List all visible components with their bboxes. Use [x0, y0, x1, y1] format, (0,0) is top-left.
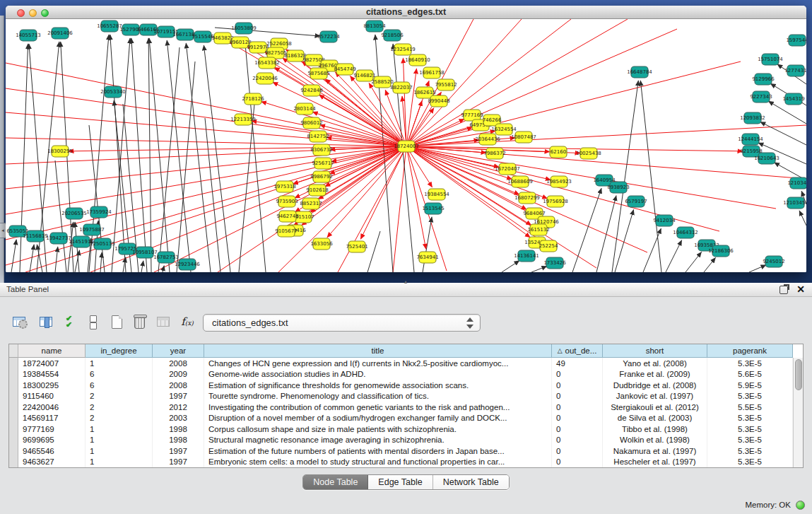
tab-edge-table[interactable]: Edge Table: [368, 475, 433, 489]
table-cell[interactable]: 1997: [153, 391, 204, 402]
table-cell[interactable]: 5.3E-5: [707, 358, 793, 369]
graph-node[interactable]: 1454319: [782, 93, 804, 105]
graph-edge[interactable]: [163, 266, 164, 272]
scrollbar-thumb[interactable]: [795, 359, 802, 390]
table-cell[interactable]: 0: [552, 413, 603, 424]
table-row[interactable]: 977716911998Corpus callosum shape and si…: [9, 424, 793, 435]
table-cell[interactable]: 2: [86, 413, 153, 424]
table-row[interactable]: 946554611997Estimation of the future num…: [9, 445, 793, 457]
table-cell[interactable]: 19384554: [18, 369, 86, 380]
graph-node[interactable]: 9735903: [276, 196, 298, 207]
graph-edge[interactable]: [186, 43, 211, 272]
table-cell[interactable]: Tourette syndrome. Phenomenology and cla…: [204, 391, 552, 402]
graph-edge[interactable]: [131, 38, 147, 272]
graph-svg[interactable]: 9463822896012899129742522605898275051654…: [6, 19, 806, 272]
graph-edge[interactable]: [643, 228, 661, 272]
graph-edge[interactable]: [149, 38, 170, 272]
graph-edge[interactable]: [177, 62, 195, 272]
row-header-cell[interactable]: [9, 457, 18, 468]
graph-node[interactable]: 9227343: [750, 91, 772, 103]
table-cell[interactable]: 14569117: [18, 413, 86, 424]
graph-node[interactable]: 9242848: [300, 85, 322, 96]
table-cell[interactable]: 49: [552, 358, 603, 369]
column-header-pagerank[interactable]: pagerank: [707, 344, 793, 358]
table-cell[interactable]: 6: [86, 369, 153, 380]
graph-node[interactable]: 8572234: [317, 31, 340, 42]
table-cell[interactable]: 2003: [153, 413, 204, 424]
graph-edge[interactable]: [403, 58, 406, 146]
table-cell[interactable]: Hescheler et al. (1997): [603, 457, 707, 468]
table-cell[interactable]: 9463627: [18, 457, 86, 468]
graph-node[interactable]: 1597544: [786, 35, 806, 46]
table-cell[interactable]: 1: [86, 435, 153, 446]
graph-edge[interactable]: [68, 222, 73, 272]
row-header-cell[interactable]: [9, 424, 18, 435]
table-cell[interactable]: 5.3E-5: [707, 445, 793, 457]
table-cell[interactable]: Wolkin et al. (1998): [603, 435, 707, 446]
graph-edge[interactable]: [30, 245, 34, 272]
graph-node[interactable]: 7525401: [346, 241, 367, 252]
table-cell[interactable]: Dudbridge et al. (2008): [603, 380, 707, 391]
graph-node[interactable]: 1733426: [543, 257, 566, 269]
graph-node[interactable]: 9129966: [752, 74, 775, 85]
table-cell[interactable]: Estimation of the future numbers of pati…: [204, 445, 552, 457]
table-cell[interactable]: 5.3E-5: [707, 435, 793, 446]
table-row[interactable]: 1872400712008Changes of HCN gene express…: [9, 358, 793, 369]
column-header-name[interactable]: name: [18, 344, 86, 358]
table-cell[interactable]: de Silva et al. (2003): [603, 413, 707, 424]
graph-node[interactable]: 7634941: [416, 252, 438, 263]
tab-network-table[interactable]: Network Table: [433, 475, 509, 489]
graph-node[interactable]: 14136141: [514, 250, 539, 262]
graph-node[interactable]: 62160: [550, 146, 567, 158]
graph-node[interactable]: 2718126: [242, 93, 264, 105]
table-cell[interactable]: 9115460: [18, 391, 86, 402]
graph-node[interactable]: 252254: [539, 240, 558, 252]
table-cell[interactable]: 1997: [153, 457, 204, 468]
graph-node[interactable]: 9462748: [276, 211, 298, 222]
table-cell[interactable]: Tibbo et al. (1998): [603, 424, 707, 435]
graph-edge[interactable]: [749, 265, 766, 272]
graph-edge[interactable]: [158, 47, 180, 272]
graph-node[interactable]: 1513545: [422, 203, 444, 214]
graph-node[interactable]: 1277431: [784, 65, 806, 76]
row-header-cell[interactable]: [9, 445, 18, 457]
graph-edge[interactable]: [640, 81, 661, 272]
graph-node[interactable]: 8938923: [607, 182, 629, 193]
row-header-cell[interactable]: [9, 369, 18, 380]
table-cell[interactable]: Disruption of a novel member of a sodium…: [204, 413, 552, 424]
graph-node[interactable]: 10464312: [673, 227, 698, 238]
table-row[interactable]: 1938455462009Genome-wide association stu…: [9, 369, 793, 380]
table-cell[interactable]: 5.3E-5: [707, 413, 793, 424]
clear-selection-button[interactable]: [83, 313, 102, 331]
panel-divider-handle[interactable]: ▴: [401, 279, 411, 285]
select-all-button[interactable]: [62, 313, 81, 331]
graph-node[interactable]: 1975318: [273, 181, 295, 192]
graph-edge[interactable]: [205, 118, 220, 272]
table-cell[interactable]: 0: [552, 402, 603, 413]
table-cell[interactable]: 5.3E-5: [707, 457, 793, 468]
graph-node[interactable]: 16053809: [231, 23, 257, 34]
graph-node[interactable]: 1210349: [787, 177, 806, 189]
tab-node-table[interactable]: Node Table: [303, 475, 368, 489]
graph-node[interactable]: 16961758: [419, 67, 445, 78]
graph-node[interactable]: 7955812: [435, 79, 457, 90]
graph-node[interactable]: 9245012: [763, 256, 784, 267]
table-cell[interactable]: 18300295: [18, 380, 86, 391]
table-row[interactable]: 1830029562008Estimation of significance …: [9, 380, 793, 391]
table-cell[interactable]: Structural magnetic resonance image aver…: [204, 435, 552, 446]
table-cell[interactable]: 0: [552, 380, 603, 391]
table-selector-dropdown[interactable]: citations_edges.txt: [203, 314, 481, 332]
table-cell[interactable]: 1: [86, 358, 153, 369]
table-cell[interactable]: 0: [552, 435, 603, 446]
table-cell[interactable]: Jankovic et al. (1997): [603, 391, 707, 402]
graph-node[interactable]: 7515546: [192, 31, 214, 42]
graph-node[interactable]: 20091406: [47, 28, 73, 39]
graph-edge[interactable]: [11, 240, 16, 272]
graph-node[interactable]: 10655287: [97, 21, 122, 32]
network-canvas[interactable]: 9463822896012899129742522605898275051654…: [6, 19, 806, 272]
table-cell[interactable]: 9777169: [18, 424, 86, 435]
table-cell[interactable]: 1: [86, 445, 153, 457]
graph-edge[interactable]: [112, 38, 130, 272]
graph-node[interactable]: 8986792: [310, 171, 332, 182]
table-cell[interactable]: Embryonic stem cells: a model to study s…: [204, 457, 552, 468]
